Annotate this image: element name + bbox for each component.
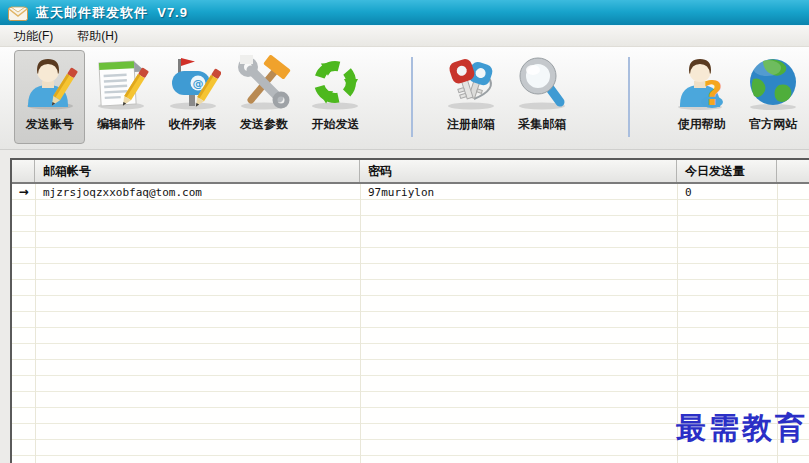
toolbar-button-collect-mailbox[interactable]: 采集邮箱 bbox=[507, 50, 578, 144]
globe-icon bbox=[745, 55, 801, 111]
cell-password: 97muriylon bbox=[360, 186, 677, 199]
menu-bar: 功能(F) 帮助(H) bbox=[0, 26, 809, 47]
table-header-cell-indicator bbox=[12, 160, 35, 182]
mailbox-pencil-icon: @ bbox=[165, 55, 221, 111]
watermark-text: 最需教育 bbox=[676, 408, 808, 449]
user-pencil-icon bbox=[22, 55, 78, 111]
svg-text:?: ? bbox=[703, 73, 723, 111]
window-title: 蓝天邮件群发软件 V7.9 bbox=[36, 4, 188, 22]
table-header-cell-email[interactable]: 邮箱帐号 bbox=[35, 160, 360, 182]
magnifier-icon bbox=[514, 55, 570, 111]
table-header-cell-today-sent[interactable]: 今日发送量 bbox=[677, 160, 777, 182]
user-question-icon: ? bbox=[674, 55, 730, 111]
svg-text:@: @ bbox=[192, 77, 203, 90]
toolbar-button-recipient-list[interactable]: @ 收件列表 bbox=[157, 50, 228, 144]
menu-item-help[interactable]: 帮助(H) bbox=[65, 26, 130, 46]
app-window: 蓝天邮件群发软件 V7.9 功能(F) 帮助(H) 发送账号 bbox=[0, 0, 809, 463]
table-row[interactable]: → mjzrsjoqzxxobfaq@tom.com 97muriylon 0 bbox=[12, 184, 809, 200]
column-header-label: 今日发送量 bbox=[685, 163, 745, 180]
toolbar-button-label: 官方网站 bbox=[749, 116, 797, 133]
toolbar-button-register-mailbox[interactable]: 注册邮箱 bbox=[435, 50, 506, 144]
column-header-label: 邮箱帐号 bbox=[43, 163, 91, 180]
column-header-label: 密码 bbox=[368, 163, 392, 180]
toolbar-button-send-params[interactable]: 发送参数 bbox=[228, 50, 299, 144]
toolbar-button-start-sending[interactable]: 开始发送 bbox=[300, 50, 371, 144]
toolbar-button-official-site[interactable]: 官方网站 bbox=[738, 50, 809, 144]
table-header-cell-empty bbox=[777, 160, 809, 182]
cell-today-sent: 0 bbox=[677, 186, 777, 199]
keys-icon bbox=[443, 55, 499, 111]
notepad-pencil-icon bbox=[93, 55, 149, 111]
toolbar-button-label: 使用帮助 bbox=[678, 116, 726, 133]
toolbar-button-edit-mail[interactable]: 编辑邮件 bbox=[85, 50, 156, 144]
wrench-hammer-icon bbox=[236, 55, 292, 111]
table-header-row: 邮箱帐号 密码 今日发送量 bbox=[12, 160, 809, 184]
menu-item-function[interactable]: 功能(F) bbox=[2, 26, 65, 46]
toolbar-separator bbox=[411, 57, 413, 137]
recycle-arrows-icon bbox=[307, 55, 363, 111]
menu-item-label: 功能(F) bbox=[14, 28, 53, 45]
toolbar: 发送账号 编辑邮件 bbox=[0, 47, 809, 150]
title-bar: 蓝天邮件群发软件 V7.9 bbox=[0, 0, 809, 26]
toolbar-button-label: 采集邮箱 bbox=[518, 116, 566, 133]
toolbar-button-label: 收件列表 bbox=[169, 116, 217, 133]
table-header-cell-password[interactable]: 密码 bbox=[360, 160, 677, 182]
row-indicator-arrow: → bbox=[12, 185, 35, 199]
toolbar-button-label: 开始发送 bbox=[311, 116, 359, 133]
envelope-icon bbox=[8, 5, 28, 21]
toolbar-button-label: 发送参数 bbox=[240, 116, 288, 133]
toolbar-button-help[interactable]: ? 使用帮助 bbox=[666, 50, 737, 144]
toolbar-button-send-account[interactable]: 发送账号 bbox=[14, 50, 85, 144]
toolbar-button-label: 编辑邮件 bbox=[97, 116, 145, 133]
toolbar-button-label: 注册邮箱 bbox=[447, 116, 495, 133]
menu-item-label: 帮助(H) bbox=[77, 28, 118, 45]
toolbar-button-label: 发送账号 bbox=[26, 116, 74, 133]
toolbar-separator bbox=[628, 57, 630, 137]
cell-email: mjzrsjoqzxxobfaq@tom.com bbox=[35, 186, 360, 199]
